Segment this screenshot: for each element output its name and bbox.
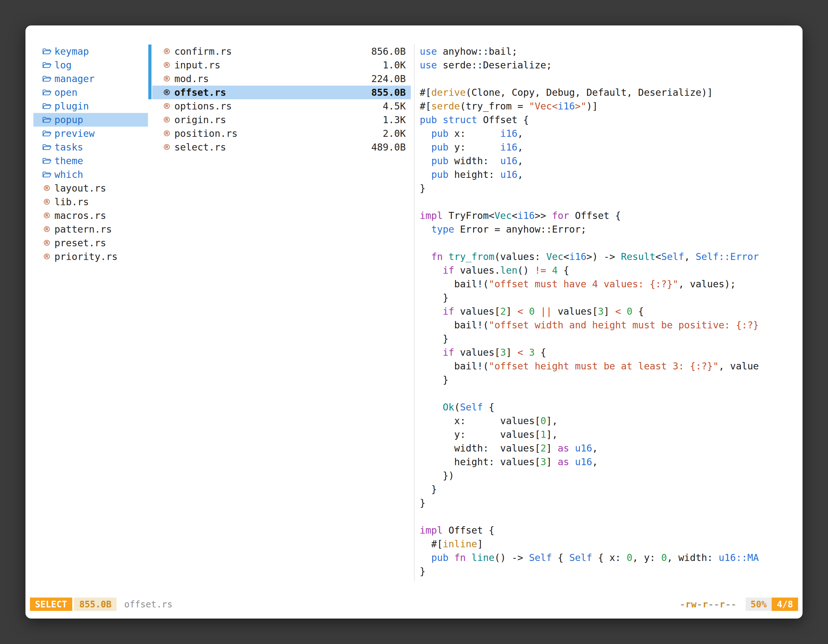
file-name: offset.rs: [174, 86, 372, 99]
file-size: 1.3K: [383, 113, 406, 127]
folder-icon: [41, 130, 52, 138]
code-line: #[inline]: [420, 537, 795, 551]
rust-file-icon: ®: [161, 113, 172, 127]
item-label: layout.rs: [55, 181, 106, 195]
item-label: theme: [55, 154, 83, 168]
rust-file-icon: ®: [41, 250, 52, 263]
file-row-mod-rs[interactable]: ®mod.rs224.0B: [152, 72, 411, 86]
code-line: bail!("offset width and height must be p…: [420, 318, 795, 332]
item-label: pattern.rs: [55, 223, 112, 236]
file-item-macros-rs[interactable]: ®macros.rs: [33, 209, 148, 223]
code-line: }: [420, 332, 795, 346]
file-name: position.rs: [174, 127, 383, 140]
rust-file-icon: ®: [161, 140, 172, 154]
file-item-pattern-rs[interactable]: ®pattern.rs: [33, 223, 148, 236]
dir-item-popup[interactable]: popup: [33, 113, 148, 127]
file-row-offset-rs[interactable]: ®offset.rs855.0B: [152, 86, 411, 99]
dir-item-keymap[interactable]: keymap: [33, 45, 148, 58]
scroll-percent-badge: 50%: [746, 597, 772, 611]
file-size: 2.0K: [383, 127, 406, 140]
code-line: #[serde(try_from = "Vec<i16>")]: [420, 99, 795, 113]
file-item-priority-rs[interactable]: ®priority.rs: [33, 250, 148, 263]
file-row-select-rs[interactable]: ®select.rs489.0B: [152, 140, 411, 154]
pane-separator: [414, 44, 415, 581]
item-label: preset.rs: [55, 236, 106, 250]
dir-item-which[interactable]: which: [33, 168, 148, 181]
dir-item-manager[interactable]: manager: [33, 72, 148, 86]
file-size: 489.0B: [372, 140, 406, 154]
code-line: }: [420, 483, 795, 496]
middle-pane-scrollbar[interactable]: [148, 45, 152, 99]
dir-item-theme[interactable]: theme: [33, 154, 148, 168]
code-line: pub struct Offset {: [420, 113, 795, 127]
code-line: #[derive(Clone, Copy, Debug, Default, De…: [420, 86, 795, 99]
folder-icon: [41, 157, 52, 165]
file-name: origin.rs: [174, 113, 383, 127]
file-row-input-rs[interactable]: ®input.rs1.0K: [152, 58, 411, 72]
file-size: 855.0B: [372, 86, 406, 99]
file-name: input.rs: [174, 58, 383, 72]
code-line: }: [420, 496, 795, 510]
folder-icon: [41, 116, 52, 124]
folder-icon: [41, 171, 52, 179]
dir-item-log[interactable]: log: [33, 58, 148, 72]
file-size: 224.0B: [372, 72, 406, 86]
rust-file-icon: ®: [41, 223, 52, 236]
code-line: impl Offset {: [420, 523, 795, 537]
item-label: popup: [55, 113, 83, 127]
parent-directory-pane: keymaplogmanageropenpluginpopuppreviewta…: [33, 45, 148, 263]
code-line: use anyhow::bail;: [420, 45, 795, 58]
code-line: pub y: i16,: [420, 140, 795, 154]
file-manager-window: keymaplogmanageropenpluginpopuppreviewta…: [25, 25, 803, 619]
rust-file-icon: ®: [161, 86, 172, 99]
file-row-confirm-rs[interactable]: ®confirm.rs856.0B: [152, 45, 411, 58]
dir-item-tasks[interactable]: tasks: [33, 140, 148, 154]
dir-item-plugin[interactable]: plugin: [33, 99, 148, 113]
file-row-origin-rs[interactable]: ®origin.rs1.3K: [152, 113, 411, 127]
code-line: pub x: i16,: [420, 127, 795, 140]
code-line: if values[3] < 3 {: [420, 346, 795, 359]
file-size-badge: 855.0B: [74, 597, 116, 611]
item-label: macros.rs: [55, 209, 106, 223]
rust-file-icon: ®: [161, 58, 172, 72]
code-line: if values[2] < 0 || values[3] < 0 {: [420, 304, 795, 318]
folder-icon: [41, 89, 52, 96]
folder-icon: [41, 61, 52, 69]
code-line: [420, 195, 795, 209]
item-label: preview: [55, 127, 94, 140]
file-size: 4.5K: [383, 99, 406, 113]
rust-file-icon: ®: [161, 72, 172, 86]
rust-file-icon: ®: [41, 236, 52, 250]
file-permissions: -rw-r--r--: [680, 599, 737, 610]
code-line: height: values[3] as u16,: [420, 455, 795, 469]
code-line: fn try_from(values: Vec<i16>) -> Result<…: [420, 250, 795, 263]
code-line: pub fn line() -> Self { Self { x: 0, y: …: [420, 551, 795, 564]
file-item-layout-rs[interactable]: ®layout.rs: [33, 181, 148, 195]
dir-item-open[interactable]: open: [33, 86, 148, 99]
file-name: mod.rs: [174, 72, 372, 86]
file-item-lib-rs[interactable]: ®lib.rs: [33, 195, 148, 209]
code-line: }: [420, 291, 795, 304]
item-label: keymap: [55, 45, 89, 58]
item-label: open: [55, 86, 77, 99]
code-line: bail!("offset must have 4 values: {:?}",…: [420, 277, 795, 291]
dir-item-preview[interactable]: preview: [33, 127, 148, 140]
folder-icon: [41, 75, 52, 83]
file-size: 856.0B: [372, 45, 406, 58]
file-row-options-rs[interactable]: ®options.rs4.5K: [152, 99, 411, 113]
file-name: options.rs: [174, 99, 383, 113]
code-line: [420, 510, 795, 523]
current-directory-pane: ®confirm.rs856.0B®input.rs1.0K®mod.rs224…: [152, 45, 411, 154]
file-row-position-rs[interactable]: ®position.rs2.0K: [152, 127, 411, 140]
code-line: bail!("offset height must be at least 3:…: [420, 359, 795, 373]
cursor-position-badge: 4/8: [772, 597, 798, 611]
status-filename: offset.rs: [124, 599, 172, 610]
code-line: impl TryFrom<Vec<i16>> for Offset {: [420, 209, 795, 223]
code-line: Ok(Self {: [420, 400, 795, 414]
folder-icon: [41, 144, 52, 151]
file-item-preset-rs[interactable]: ®preset.rs: [33, 236, 148, 250]
file-name: confirm.rs: [174, 45, 372, 58]
item-label: plugin: [55, 99, 89, 113]
item-label: which: [55, 168, 83, 181]
rust-file-icon: ®: [41, 181, 52, 195]
